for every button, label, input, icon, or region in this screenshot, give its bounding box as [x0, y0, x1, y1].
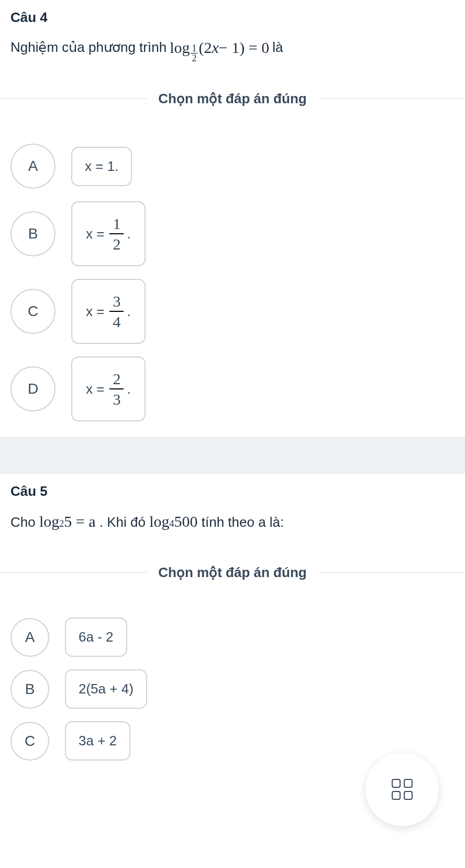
question-5-block: Câu 5 Cho log 2 5 = a . Khi đó log 4 500… — [0, 474, 465, 550]
q4-instruction-divider: Chọn một đáp án đúng — [0, 91, 465, 107]
q5-eq2-sub: 4 — [170, 516, 174, 531]
question-5-title: Câu 5 — [10, 483, 455, 500]
q5-option-a-letter[interactable]: A — [10, 618, 49, 657]
q4-instruction: Chọn một đáp án đúng — [147, 91, 318, 107]
log-label: log — [170, 35, 190, 60]
q5-a-text: 6a - 2 — [79, 629, 114, 645]
q5-option-c-letter[interactable]: C — [10, 722, 49, 761]
q5-eq1-log: log — [39, 509, 59, 534]
q5-options-list: A 6a - 2 B 2(5a + 4) C 3a + 2 — [10, 605, 455, 761]
q4-option-d-letter[interactable]: D — [10, 366, 56, 411]
q4-b-fraction: 1 2 — [109, 215, 124, 253]
q5-option-b-letter[interactable]: B — [10, 670, 49, 709]
q4-option-c-row: C x = 3 4 . — [10, 279, 455, 344]
q4-d-fraction: 2 3 — [109, 370, 124, 408]
q4-b-den: 2 — [109, 234, 124, 253]
q4-text-after: là — [272, 37, 283, 59]
divider-line-right — [318, 99, 465, 99]
log-arg-open: (2 — [198, 35, 212, 60]
q5-b-text: 2(5a + 4) — [79, 681, 134, 697]
question-4-block: Câu 4 Nghiệm của phương trình log 1 2 (2… — [0, 0, 465, 76]
q5-instruction-divider: Chọn một đáp án đúng — [0, 565, 465, 581]
q5-option-c-row: C 3a + 2 — [10, 721, 455, 761]
q4-c-num: 3 — [109, 292, 124, 312]
q5-c-text: 3a + 2 — [79, 733, 117, 749]
q5-mid: . Khi đó — [99, 514, 146, 530]
q5-eq1-sub: 2 — [59, 516, 64, 531]
q4-option-a-text: x = 1. — [85, 158, 118, 175]
q4-b-suffix: . — [127, 226, 130, 242]
question-separator — [0, 437, 465, 474]
q4-text-before: Nghiệm của phương trình — [10, 37, 167, 59]
q4-c-prefix: x = — [86, 303, 104, 320]
q5-eq1-rest: 5 = a — [64, 509, 95, 534]
q4-option-b-row: B x = 1 2 . — [10, 201, 455, 266]
q4-d-prefix: x = — [86, 381, 104, 397]
q4-d-den: 3 — [109, 389, 124, 408]
log-subscript-fraction: 1 2 — [191, 44, 197, 63]
q4-option-a-row: A x = 1. — [10, 144, 455, 189]
q4-option-c-letter[interactable]: C — [10, 289, 56, 334]
q4-option-c-content[interactable]: x = 3 4 . — [71, 279, 146, 344]
q5-after: tính theo a là: — [202, 514, 284, 530]
q5-option-a-content[interactable]: 6a - 2 — [65, 617, 127, 657]
q4-b-prefix: x = — [86, 226, 104, 242]
divider-line-left — [0, 99, 147, 99]
q5-eq1: log 2 5 = a — [39, 509, 96, 534]
q4-b-num: 1 — [109, 215, 124, 234]
q4-c-fraction: 3 4 — [109, 292, 124, 330]
q5-option-c-content[interactable]: 3a + 2 — [65, 721, 130, 761]
q4-option-d-content[interactable]: x = 2 3 . — [71, 356, 146, 421]
q4-option-b-content[interactable]: x = 1 2 . — [71, 201, 146, 266]
sub-numerator: 1 — [191, 44, 197, 53]
q4-option-a-letter[interactable]: A — [10, 144, 56, 189]
q5-instruction: Chọn một đáp án đúng — [147, 565, 318, 581]
q4-options-list: A x = 1. B x = 1 2 . C x = 3 — [10, 131, 455, 421]
question-4-title: Câu 4 — [10, 9, 455, 26]
q5-option-b-content[interactable]: 2(5a + 4) — [65, 669, 147, 709]
log-var: x — [212, 35, 218, 60]
q5-option-a-row: A 6a - 2 — [10, 617, 455, 657]
question-5-text: Cho log 2 5 = a . Khi đó log 4 500 tính … — [10, 509, 455, 534]
q4-d-num: 2 — [109, 370, 124, 389]
q5-cho: Cho — [10, 514, 36, 530]
question-4-text: Nghiệm của phương trình log 1 2 (2 x − 1… — [10, 35, 455, 60]
sub-denominator: 2 — [191, 53, 197, 63]
q4-equation: log 1 2 (2 x − 1) = 0 — [170, 35, 269, 60]
grid-icon — [392, 779, 413, 792]
q5-eq2-log: log — [149, 509, 169, 534]
q4-option-b-letter[interactable]: B — [10, 211, 56, 256]
q5-option-b-row: B 2(5a + 4) — [10, 669, 455, 709]
log-arg-close: − 1) = 0 — [219, 35, 269, 60]
divider-line-left-2 — [0, 572, 147, 573]
q4-c-den: 4 — [109, 312, 124, 330]
q5-eq2: log 4 500 — [149, 509, 197, 534]
q4-c-suffix: . — [127, 303, 130, 320]
q4-d-suffix: . — [127, 381, 130, 397]
q4-option-d-row: D x = 2 3 . — [10, 356, 455, 421]
q4-option-a-content[interactable]: x = 1. — [71, 147, 132, 186]
q5-eq2-rest: 500 — [174, 509, 198, 534]
divider-line-right-2 — [318, 572, 465, 573]
q4-options: A x = 1. B x = 1 2 . C x = 3 — [0, 122, 465, 437]
